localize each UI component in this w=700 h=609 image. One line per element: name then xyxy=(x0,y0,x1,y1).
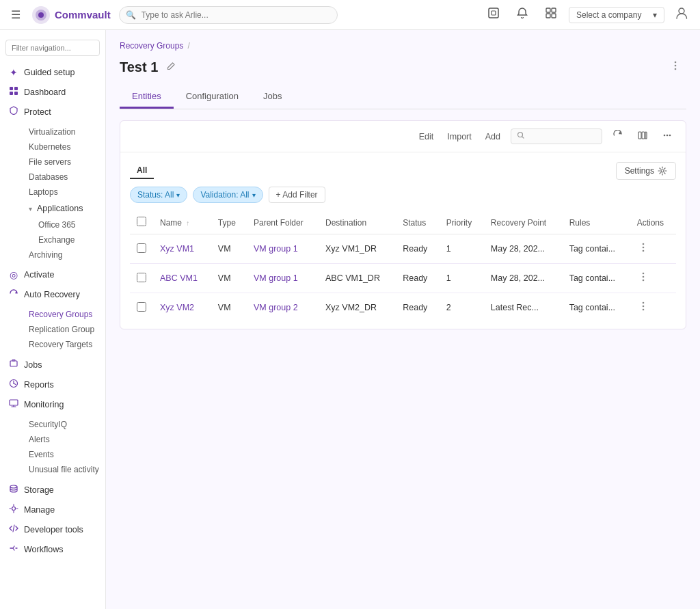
sidebar-item-alerts[interactable]: Alerts xyxy=(21,432,105,447)
refresh-button[interactable] xyxy=(609,128,627,145)
sidebar-item-guided-setup[interactable]: ✦ Guided setup xyxy=(0,63,105,82)
settings-button[interactable]: Settings xyxy=(616,162,676,180)
table-header: Name ↑ Type Parent Folder Destination St… xyxy=(130,211,676,234)
sidebar-item-monitoring[interactable]: Monitoring xyxy=(0,394,105,414)
sidebar-item-applications[interactable]: ▾ Applications xyxy=(21,200,105,217)
sidebar-item-auto-recovery[interactable]: Auto Recovery xyxy=(0,284,105,304)
row-priority: 1 xyxy=(440,264,484,293)
edit-title-button[interactable] xyxy=(163,60,178,75)
add-button[interactable]: Add xyxy=(482,130,504,144)
svg-point-38 xyxy=(642,273,644,275)
row-actions-button[interactable] xyxy=(637,271,649,286)
sidebar-item-databases[interactable]: Databases xyxy=(21,170,105,185)
row-status: Ready xyxy=(396,234,440,264)
status-filter-label: Status: All xyxy=(137,190,174,200)
svg-rect-7 xyxy=(546,14,550,18)
user-icon xyxy=(674,5,689,21)
sidebar-item-workflows[interactable]: Workflows xyxy=(0,539,105,559)
sidebar-item-storage[interactable]: Storage xyxy=(0,480,105,500)
validation-filter-button[interactable]: Validation: All ▾ xyxy=(193,187,262,203)
row-parent-folder[interactable]: VM group 1 xyxy=(254,273,298,283)
user-profile-button[interactable] xyxy=(671,3,692,27)
sidebar-item-kubernetes[interactable]: Kubernetes xyxy=(21,139,105,154)
sidebar-item-archiving[interactable]: Archiving xyxy=(21,247,105,262)
svg-point-41 xyxy=(642,302,644,304)
sidebar-item-events[interactable]: Events xyxy=(21,447,105,462)
row-type: VM xyxy=(211,234,247,264)
tab-configuration[interactable]: Configuration xyxy=(174,85,251,109)
col-header-recovery-point: Recovery Point xyxy=(484,211,563,234)
table-search-input[interactable] xyxy=(528,132,596,141)
sidebar-item-dashboard[interactable]: Dashboard xyxy=(0,82,105,102)
sidebar-item-laptops[interactable]: Laptops xyxy=(21,185,105,200)
page-title: Test 1 xyxy=(120,59,158,75)
row-checkbox[interactable] xyxy=(137,243,146,253)
edit-button[interactable]: Edit xyxy=(416,130,438,144)
sidebar-item-label: Auto Recovery xyxy=(24,290,80,299)
svg-point-34 xyxy=(661,170,664,172)
svg-point-24 xyxy=(675,65,677,67)
sidebar-item-activate[interactable]: ◎ Activate xyxy=(0,265,105,284)
sidebar-item-replication-group[interactable]: Replication Group xyxy=(21,322,105,337)
svg-rect-11 xyxy=(14,87,18,90)
columns-view-button[interactable] xyxy=(634,128,651,145)
row-name[interactable]: Xyz VM1 xyxy=(160,244,194,254)
logo[interactable]: Commvault xyxy=(31,5,111,25)
svg-line-27 xyxy=(522,137,524,138)
row-checkbox[interactable] xyxy=(137,302,146,312)
breadcrumb-parent-link[interactable]: Recovery Groups xyxy=(120,41,183,51)
store-button[interactable] xyxy=(483,3,504,26)
row-actions-button[interactable] xyxy=(637,300,649,315)
sidebar-item-recovery-groups[interactable]: Recovery Groups xyxy=(21,307,105,322)
table-search xyxy=(511,128,602,144)
view-tab-all[interactable]: All xyxy=(130,163,154,179)
svg-rect-5 xyxy=(546,8,550,12)
more-actions-button[interactable] xyxy=(658,128,676,145)
svg-rect-29 xyxy=(642,132,645,139)
company-selector[interactable]: Select a company ▾ xyxy=(569,7,664,23)
sidebar-item-manage[interactable]: Manage xyxy=(0,500,105,519)
row-parent-folder[interactable]: VM group 2 xyxy=(254,303,298,312)
sidebar-item-label: Guided setup xyxy=(24,68,75,77)
col-header-parent-folder: Parent Folder xyxy=(247,211,319,234)
grid-button[interactable] xyxy=(540,3,562,26)
sidebar-item-jobs[interactable]: Jobs xyxy=(0,355,105,375)
search-input[interactable] xyxy=(119,6,338,24)
sidebar-item-unusual-file-activity[interactable]: Unusual file activity xyxy=(21,462,105,477)
row-name[interactable]: Xyz VM2 xyxy=(160,303,194,312)
row-name[interactable]: ABC VM1 xyxy=(160,273,198,283)
sidebar-item-file-servers[interactable]: File servers xyxy=(21,154,105,170)
select-all-checkbox[interactable] xyxy=(137,217,146,226)
svg-rect-14 xyxy=(10,361,17,366)
row-actions-button[interactable] xyxy=(637,241,649,256)
svg-point-40 xyxy=(642,280,644,282)
tab-entities[interactable]: Entities xyxy=(120,85,174,109)
row-destination: Xyz VM1_DR xyxy=(319,234,396,264)
sidebar-item-exchange[interactable]: Exchange xyxy=(30,232,105,247)
notifications-button[interactable] xyxy=(511,3,533,26)
sidebar-item-developer-tools[interactable]: Developer tools xyxy=(0,519,105,539)
more-options-button[interactable] xyxy=(664,57,686,77)
sidebar-item-label: Jobs xyxy=(24,360,42,370)
sidebar-item-protect[interactable]: Protect xyxy=(0,102,105,122)
import-button[interactable]: Import xyxy=(444,130,474,144)
search-bar: 🔍 xyxy=(119,6,338,24)
sidebar-item-office365[interactable]: Office 365 xyxy=(30,217,105,232)
hamburger-button[interactable]: ☰ xyxy=(8,5,23,24)
sidebar-item-recovery-targets[interactable]: Recovery Targets xyxy=(21,337,105,352)
row-parent-folder[interactable]: VM group 1 xyxy=(254,244,298,254)
sidebar-item-virtualization[interactable]: Virtualization xyxy=(21,124,105,139)
status-filter-button[interactable]: Status: All ▾ xyxy=(130,187,187,203)
pencil-icon xyxy=(166,62,176,71)
sidebar-item-label: Developer tools xyxy=(24,525,83,534)
sidebar-filter-input[interactable] xyxy=(5,40,100,56)
add-filter-button[interactable]: + Add Filter xyxy=(269,187,325,203)
svg-point-37 xyxy=(642,250,644,252)
sidebar-item-securityiq[interactable]: SecurityIQ xyxy=(21,417,105,432)
tab-jobs[interactable]: Jobs xyxy=(251,85,294,109)
table-row: Xyz VM1 VM VM group 1 Xyz VM1_DR Ready 1… xyxy=(130,234,676,264)
sidebar: ✦ Guided setup Dashboard Protect Virtual… xyxy=(0,30,106,609)
sidebar-item-reports[interactable]: Reports xyxy=(0,375,105,394)
row-checkbox[interactable] xyxy=(137,273,146,282)
sidebar-monitoring-submenu: SecurityIQ Alerts Events Unusual file ac… xyxy=(0,414,105,480)
